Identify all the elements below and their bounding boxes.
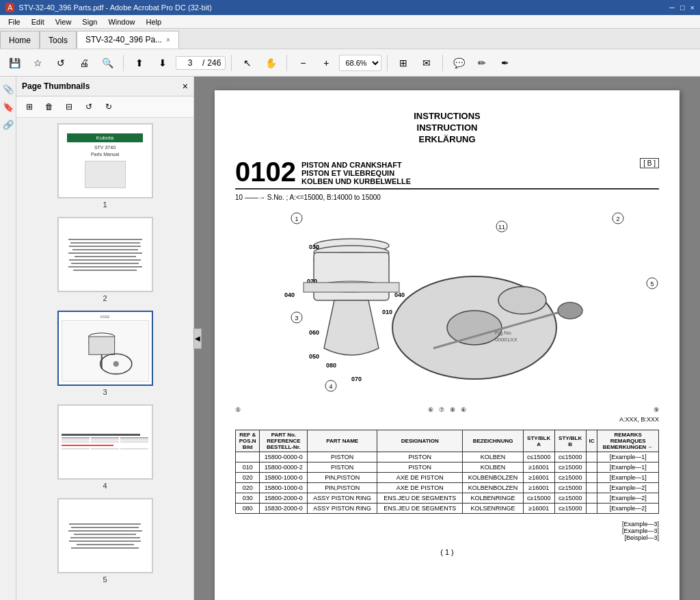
view-button[interactable]: ⊞ [393, 53, 414, 73]
menu-help[interactable]: Help [141, 16, 167, 27]
col-designation: DESIGNATION [377, 430, 463, 452]
bracket-b-label: [ B ] [640, 158, 659, 168]
sidebar-close-button[interactable]: × [183, 81, 188, 92]
pen-button[interactable]: ✏ [472, 53, 492, 73]
sign-button[interactable]: ✒ [495, 53, 515, 73]
page-total: 246 [207, 58, 221, 68]
pdf-section-num: 0102 [235, 158, 296, 185]
thumbnail-5[interactable]: 5 [57, 498, 153, 584]
tab-home-label: Home [9, 36, 31, 45]
pdf-section-title1: PISTON AND CRANKSHAFT [301, 161, 411, 169]
left-icons-panel: 📎 🔖 🔗 [0, 77, 16, 600]
col-ic: IC [586, 430, 597, 452]
tab-doc[interactable]: STV-32-40_396 Pa... × [77, 31, 179, 49]
svg-rect-2 [88, 337, 114, 354]
col-partno: PART No.REFERENCEBESTELL-Nr. [260, 430, 308, 452]
minimize-btn[interactable]: ─ [669, 3, 675, 12]
thumbnail-undo-button[interactable]: ↺ [80, 99, 98, 114]
maximize-btn[interactable]: □ [680, 3, 685, 12]
cursor-button[interactable]: ↖ [237, 53, 258, 73]
example-3a: [Example—3] [622, 521, 659, 527]
scroll-down-button[interactable]: ⬇ [152, 53, 173, 73]
main-layout: 📎 🔖 🔗 Page Thumbnails × ⊞ 🗑 ⊟ ↺ ↻ Kubota… [0, 77, 700, 600]
pdf-diagram: 1 2 030 020 [235, 208, 659, 400]
svg-point-30 [447, 311, 502, 345]
thumbnail-extract-button[interactable]: ⊟ [60, 99, 78, 114]
pan-button[interactable]: ✋ [260, 53, 281, 73]
col-partname: PART NAME [308, 430, 377, 452]
col-qty-a: STY/BLKA [523, 430, 554, 452]
circle-8: ⑧ [450, 406, 455, 413]
thumbnail-1[interactable]: Kubota STV 3740Parts Manual 1 [57, 123, 153, 209]
circle-7: ⑦ [439, 406, 444, 413]
thumbnail-delete-button[interactable]: 🗑 [40, 99, 58, 114]
sidebar-header: Page Thumbnails × [16, 77, 193, 96]
comment-button[interactable]: 💬 [448, 53, 469, 73]
svg-text:040: 040 [284, 291, 295, 298]
link-icon[interactable]: 🔗 [1, 118, 15, 131]
thumbnail-redo-button[interactable]: ↻ [100, 99, 118, 114]
bookmark-button[interactable]: ☆ [27, 53, 48, 73]
svg-text:5: 5 [650, 281, 654, 287]
thumbnail-3[interactable]: 0102 [57, 311, 153, 396]
menu-edit[interactable]: Edit [26, 16, 50, 27]
attachment-icon[interactable]: 📎 [1, 82, 15, 96]
thumbnail-3-label: 3 [103, 388, 107, 396]
print-button[interactable]: 🖨 [74, 53, 94, 73]
save-button[interactable]: 💾 [4, 53, 25, 73]
tab-tools-label: Tools [49, 36, 68, 45]
pdf-section-title3: KOLBEN UND KURBELWELLE [301, 177, 411, 185]
send-button[interactable]: ✉ [416, 53, 437, 73]
zoom-out-button[interactable]: − [293, 53, 313, 73]
table-row: 15800-0000-0 PISTON PISTON KOLBEN c≤1500… [236, 452, 659, 462]
zoom-out-toolbar-button[interactable]: 🔍 [97, 53, 118, 73]
thumbnail-2[interactable]: 2 [57, 217, 153, 302]
tab-doc-close[interactable]: × [166, 36, 170, 44]
col-qty-b: STY/BLKB [554, 430, 586, 452]
table-row: 030 15800-2000-0 ASSY PISTON RING ENS.JE… [236, 493, 659, 504]
bookmark-panel-icon[interactable]: 🔖 [1, 100, 15, 114]
thumbnail-4-label: 4 [103, 482, 107, 490]
scroll-up-button[interactable]: ⬆ [129, 53, 150, 73]
svg-point-31 [498, 287, 546, 314]
sidebar-title: Page Thumbnails [22, 81, 90, 91]
example-3b: [Example—3] [622, 527, 659, 534]
circle-6: ⑥ [428, 406, 433, 413]
thumbnail-view-button[interactable]: ⊞ [21, 99, 38, 114]
svg-text:4: 4 [329, 383, 332, 390]
col-remarks: REMARKSREMARQUESBEMERKUNGEN ← [597, 430, 659, 452]
svg-rect-17 [304, 283, 399, 292]
svg-text:060: 060 [309, 329, 319, 336]
menu-bar: File Edit View Sign Window Help [0, 15, 700, 29]
pdf-area[interactable]: INSTRUCTIONS INSTRUCTION ERKLÄRUNG 0102 … [194, 77, 700, 600]
table-row: 020 15800-1000-0 PIN,PISTON AXE DE PISTO… [236, 483, 659, 493]
thumbnail-img-3: 0102 [57, 311, 153, 386]
thumbnail-5-label: 5 [103, 575, 107, 584]
thumbnail-4[interactable]: 4 [57, 404, 153, 490]
back-button[interactable]: ↺ [51, 53, 71, 73]
zoom-select[interactable]: 68.6% 50% 75% 100% 125% 150% [339, 55, 381, 71]
svg-text:00001XX: 00001XX [495, 337, 518, 343]
separator-3 [286, 55, 287, 71]
sidebar-toolbar: ⊞ 🗑 ⊟ ↺ ↻ [16, 96, 193, 118]
collapse-sidebar-button[interactable]: ◀ [193, 328, 202, 349]
zoom-in-button[interactable]: + [316, 53, 336, 73]
page-input[interactable] [180, 58, 200, 68]
separator-1 [123, 55, 124, 71]
tab-tools[interactable]: Tools [40, 31, 77, 49]
tab-bar: Home Tools STV-32-40_396 Pa... × [0, 29, 700, 49]
thumbnail-img-2 [57, 217, 153, 292]
tab-home[interactable]: Home [0, 31, 40, 49]
menu-file[interactable]: File [3, 16, 26, 27]
svg-text:Fig.No.: Fig.No. [495, 330, 513, 336]
title-bar: A STV-32-40_396 Parts.pdf - Adobe Acroba… [0, 0, 700, 15]
svg-text:030: 030 [309, 244, 319, 250]
menu-view[interactable]: View [50, 16, 77, 27]
svg-text:3: 3 [295, 315, 298, 322]
thumbnail-container: Kubota STV 3740Parts Manual 1 [16, 118, 193, 600]
pdf-sn-note: 10 ——→ S.No. ; A:<=15000, B:14000 to 150… [235, 194, 659, 201]
menu-window[interactable]: Window [103, 16, 140, 27]
circle-9: ⑨ [654, 406, 659, 413]
close-btn[interactable]: × [690, 3, 695, 12]
menu-sign[interactable]: Sign [77, 16, 103, 27]
